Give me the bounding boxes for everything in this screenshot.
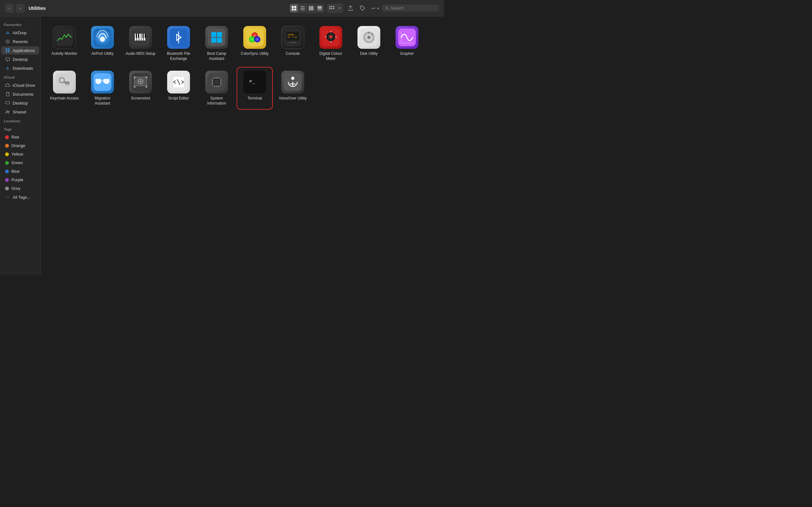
- back-button[interactable]: ‹: [5, 4, 14, 13]
- app-item-colorsync[interactable]: ColorSync Utility: [237, 23, 272, 64]
- sidebar-item-all-tags[interactable]: ⋯ All Tags...: [1, 193, 39, 201]
- svg-rect-16: [333, 6, 334, 7]
- svg-rect-5: [300, 8, 305, 9]
- view-app-grid-btn[interactable]: [328, 4, 336, 12]
- app-grid: Activity Monitor: [47, 23, 438, 109]
- sidebar-item-downloads[interactable]: Downloads: [1, 64, 39, 72]
- app-icon-keychain: [53, 71, 76, 94]
- sidebar-item-desktop[interactable]: Desktop: [1, 55, 39, 63]
- app-icon-console: WARNI AY 7:36: [281, 26, 304, 49]
- all-tags-icon: ⋯: [5, 194, 10, 200]
- svg-rect-28: [8, 49, 9, 50]
- svg-rect-7: [309, 6, 310, 10]
- svg-rect-8: [310, 6, 312, 10]
- sidebar-label-airdrop: AirDrop: [13, 31, 27, 35]
- sidebar-item-desktop-icloud[interactable]: Desktop: [1, 99, 39, 107]
- app-icon-colorsync: [243, 26, 266, 49]
- forward-button[interactable]: ›: [16, 4, 25, 13]
- svg-point-56: [254, 36, 260, 43]
- tag-dot-green: [5, 161, 9, 165]
- svg-rect-46: [145, 34, 146, 38]
- sidebar-label-blue: Blue: [11, 169, 20, 174]
- app-label-activity-monitor: Activity Monitor: [51, 51, 77, 56]
- view-icon-list[interactable]: [299, 4, 307, 12]
- app-icon-script-editor: [167, 71, 190, 94]
- app-item-activity-monitor[interactable]: Activity Monitor: [47, 23, 82, 64]
- app-item-audio-midi[interactable]: Audio MIDI Setup: [123, 23, 158, 64]
- app-icon-digital-colour: [319, 26, 342, 49]
- svg-rect-9: [312, 6, 313, 10]
- tag-button[interactable]: [358, 3, 367, 13]
- svg-rect-12: [319, 9, 320, 10]
- view-icon-columns[interactable]: [307, 4, 315, 12]
- svg-rect-87: [96, 79, 101, 83]
- svg-point-23: [374, 8, 375, 9]
- app-icon-grapher: [396, 26, 418, 49]
- sidebar-item-red[interactable]: Red: [1, 133, 39, 141]
- svg-rect-4: [300, 6, 305, 7]
- sidebar-item-orange[interactable]: Orange: [1, 142, 39, 150]
- sidebar-item-shared[interactable]: Shared: [1, 108, 39, 116]
- svg-point-34: [8, 111, 9, 112]
- view-mode-group: [289, 3, 324, 13]
- svg-text:>_: >_: [249, 78, 255, 84]
- downloads-icon: [5, 66, 10, 71]
- app-item-digital-colour-meter[interactable]: Digital Colour Meter: [313, 23, 348, 64]
- sidebar-item-airdrop[interactable]: AirDrop: [1, 29, 39, 37]
- search-input[interactable]: [391, 6, 436, 10]
- app-item-airport-utility[interactable]: AirPort Utility: [85, 23, 120, 64]
- sidebar-item-yellow[interactable]: Yellow: [1, 150, 39, 158]
- app-icon-airport: [91, 26, 114, 49]
- sidebar-section-icloud: iCloud: [0, 73, 40, 80]
- app-item-grapher[interactable]: Grapher: [390, 23, 424, 64]
- svg-rect-48: [208, 29, 225, 46]
- app-label-console: Console: [286, 51, 300, 56]
- app-item-console[interactable]: WARNI AY 7:36 Console: [275, 23, 310, 64]
- more-button[interactable]: ▾: [370, 3, 379, 13]
- app-item-boot-camp[interactable]: Boot Camp Assistant: [199, 23, 234, 64]
- app-item-keychain[interactable]: Keychain Access: [47, 67, 82, 109]
- view-icon-grid[interactable]: [290, 4, 298, 12]
- view-mode-dropdown[interactable]: ▾: [336, 4, 343, 12]
- recents-icon: [5, 39, 10, 44]
- airdrop-icon: [5, 30, 10, 35]
- share-button[interactable]: [346, 3, 355, 13]
- app-item-disk-utility[interactable]: Disk Utility: [351, 23, 386, 64]
- tag-dot-grey: [5, 187, 9, 190]
- sidebar-label-yellow: Yellow: [11, 152, 23, 157]
- sidebar-item-documents[interactable]: Documents: [1, 90, 39, 98]
- app-item-script-editor[interactable]: Script Editor: [161, 67, 196, 109]
- svg-rect-14: [329, 6, 331, 7]
- svg-point-20: [361, 7, 362, 7]
- sidebar-item-green[interactable]: Green: [1, 159, 39, 167]
- svg-rect-18: [331, 8, 333, 9]
- sidebar-item-recents[interactable]: Recents: [1, 38, 39, 46]
- sidebar-item-grey[interactable]: Grey: [1, 184, 39, 192]
- svg-rect-29: [6, 51, 7, 52]
- app-item-bluetooth[interactable]: Bluetooth File Exchange: [161, 23, 196, 64]
- svg-text:WARNI: WARNI: [288, 34, 294, 36]
- search-icon: [385, 6, 389, 10]
- app-item-voiceover-utility[interactable]: VoiceOver Utility: [275, 67, 310, 109]
- sidebar-item-icloud-drive[interactable]: iCloud Drive: [1, 81, 39, 89]
- sidebar-item-applications[interactable]: Applications: [1, 46, 39, 55]
- svg-rect-61: [289, 42, 297, 43]
- svg-rect-43: [136, 34, 137, 38]
- view-icon-gallery[interactable]: [316, 4, 324, 12]
- sidebar-item-purple[interactable]: Purple: [1, 176, 39, 184]
- sidebar-label-red: Red: [11, 135, 19, 139]
- svg-rect-32: [6, 101, 9, 104]
- app-item-migration-assistant[interactable]: Migration Assistant: [85, 67, 120, 109]
- svg-rect-11: [317, 9, 319, 10]
- app-item-screenshot[interactable]: Screenshot: [123, 67, 158, 109]
- app-icon-system-info: [205, 71, 228, 94]
- svg-line-25: [388, 9, 389, 9]
- app-item-terminal[interactable]: >_ Terminal: [237, 67, 272, 109]
- app-item-system-information[interactable]: System Information: [199, 67, 234, 109]
- app-label-migration-assistant: Migration Assistant: [87, 96, 118, 106]
- svg-rect-3: [294, 9, 296, 10]
- svg-rect-15: [331, 6, 333, 7]
- svg-rect-13: [321, 9, 322, 10]
- svg-rect-89: [104, 79, 109, 83]
- sidebar-item-blue[interactable]: Blue: [1, 167, 39, 175]
